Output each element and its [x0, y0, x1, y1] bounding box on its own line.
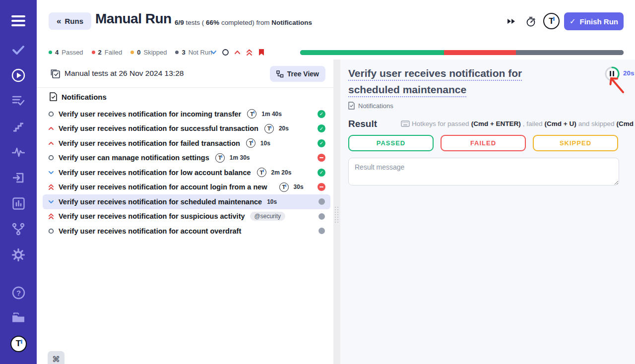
test-row[interactable]: Verify user receives notification for ac… — [43, 224, 330, 239]
priority-highest-icon — [48, 184, 55, 190]
hotkeys-hint: Hotkeys for passed (Cmd + ENTER) , faile… — [401, 120, 635, 127]
status-passed-icon: ✓ — [318, 169, 325, 177]
test-row[interactable]: Verify user receives notification for su… — [43, 121, 330, 136]
testomat-logo-icon[interactable]: T — [0, 335, 37, 352]
filter-circle-icon[interactable] — [222, 49, 229, 56]
test-row[interactable]: Verify user can manage notification sett… — [43, 151, 330, 166]
stopwatch-icon[interactable] — [523, 14, 538, 29]
test-title: Verify user receives notification for ac… — [59, 227, 241, 235]
failed-dot-icon — [92, 51, 95, 54]
status-passed-icon: ✓ — [318, 124, 325, 132]
settings-gear-icon[interactable] — [0, 248, 37, 262]
testomat-badge-icon: T — [257, 168, 266, 177]
help-icon[interactable]: ? — [0, 286, 37, 300]
priority-normal-icon — [48, 155, 55, 161]
checklist-icon — [51, 69, 61, 80]
test-title: Verify user receives notification for fa… — [59, 139, 240, 147]
account-logo-icon[interactable]: T — [543, 13, 560, 29]
sidebar: ? T — [0, 0, 37, 364]
filter-bookmark-icon[interactable] — [257, 49, 265, 56]
file-icon — [50, 92, 57, 101]
status-failed-icon — [318, 154, 325, 162]
finish-run-label: Finish Run — [580, 17, 619, 26]
checkmark-nav-icon[interactable] — [0, 44, 37, 57]
priority-high-icon — [48, 126, 55, 130]
cmd-key-button[interactable]: ⌘ — [48, 351, 64, 364]
progress-not-run-segment — [516, 50, 624, 55]
pause-timer-button[interactable] — [605, 66, 620, 81]
tree-icon — [276, 70, 284, 78]
progress-failed-segment — [444, 50, 516, 55]
tree-view-button[interactable]: Tree View — [270, 66, 325, 82]
test-row[interactable]: Verify user receives notification for fa… — [43, 136, 330, 151]
page-subtitle: 6/9 tests ( 66% completed) from Notifica… — [175, 19, 312, 26]
test-duration: 20s — [279, 125, 289, 132]
skipped-dot-icon — [130, 51, 134, 54]
test-row[interactable]: Verify user receives notification for in… — [43, 107, 330, 121]
detail-breadcrumb[interactable]: Notifications — [348, 102, 393, 110]
completed-word: completed) from — [221, 19, 270, 26]
priority-low-icon — [48, 171, 55, 175]
priority-highest-icon — [48, 213, 55, 220]
status-counts: 4Passed 2Failed 0Skipped 3Not Run — [49, 49, 212, 56]
testomat-badge-icon: T — [279, 182, 289, 192]
skipped-count: 0Skipped — [130, 49, 167, 56]
test-row[interactable]: Verify user receives notification for ac… — [43, 180, 330, 195]
filter-chevron-up-icon[interactable] — [234, 49, 241, 56]
tests-source: Notifications — [271, 19, 312, 26]
test-title: Verify user receives notification for ac… — [59, 183, 267, 191]
svg-text:?: ? — [16, 289, 20, 297]
passed-button[interactable]: PASSED — [348, 135, 434, 151]
result-header: Result Hotkeys for passed (Cmd + ENTER) … — [348, 119, 618, 129]
test-row[interactable]: Verify user receives notification for lo… — [43, 165, 330, 180]
breadcrumb-label: Notifications — [358, 102, 393, 110]
panel-resize-handle[interactable] — [333, 60, 340, 364]
test-duration: 10s — [267, 198, 277, 205]
filter-double-chevron-up-icon[interactable] — [246, 49, 253, 56]
skipped-button[interactable]: SKIPPED — [533, 135, 618, 151]
test-duration: 1m 30s — [230, 154, 250, 161]
run-progress-bar — [300, 50, 624, 55]
test-row-selected[interactable]: Verify user receives notification for sc… — [43, 194, 330, 209]
not-run-count: 3Not Run — [175, 49, 212, 56]
analytics-chart-icon[interactable] — [0, 197, 37, 210]
folder-icon[interactable] — [0, 311, 37, 324]
test-title: Verify user can manage notification sett… — [59, 154, 209, 162]
page-title: Manual Run — [95, 11, 172, 27]
fast-forward-icon[interactable] — [504, 14, 519, 29]
test-detail-panel: Verify user receives notification for sc… — [340, 60, 635, 364]
result-message-input[interactable] — [348, 158, 619, 185]
suite-group-notifications[interactable]: Notifications — [50, 92, 107, 101]
pause-icon — [610, 71, 614, 76]
timer-value: 20s — [623, 69, 635, 77]
priority-low-icon — [48, 200, 55, 204]
tests-ratio: 6/9 — [175, 19, 184, 26]
progress-passed-segment — [300, 50, 444, 55]
test-duration: 30s — [294, 183, 304, 190]
not-run-dot-icon — [175, 51, 179, 54]
back-chevrons-icon: « — [57, 16, 61, 26]
hamburger-menu-icon[interactable] — [0, 14, 37, 28]
back-to-runs-button[interactable]: « Runs — [49, 12, 91, 30]
finish-run-button[interactable]: ✓ Finish Run — [564, 12, 624, 30]
priority-high-icon — [48, 141, 55, 145]
test-row[interactable]: Verify user receives notification for su… — [43, 209, 330, 224]
status-not-run-icon — [318, 213, 325, 220]
testomat-badge-icon: T — [215, 153, 225, 163]
runs-play-icon[interactable] — [0, 68, 37, 83]
import-icon[interactable] — [0, 171, 37, 184]
cmd-glyph: ⌘ — [52, 355, 60, 364]
steps-icon[interactable] — [0, 121, 37, 132]
pulse-activity-icon[interactable] — [0, 146, 37, 158]
branch-icon[interactable] — [0, 222, 37, 236]
priority-filters — [210, 49, 265, 56]
status-failed-icon — [318, 183, 325, 191]
test-list-icon[interactable] — [0, 95, 37, 107]
filter-chevron-down-icon[interactable] — [210, 49, 217, 56]
detail-test-title[interactable]: Verify user receives notification for sc… — [348, 65, 537, 98]
main-area: « Runs Manual Run 6/9 tests ( 66% comple… — [37, 0, 635, 364]
grip-dots-icon — [335, 207, 339, 223]
failed-button[interactable]: FAILED — [441, 135, 526, 151]
result-buttons: PASSED FAILED SKIPPED — [348, 135, 618, 151]
file-icon — [348, 102, 355, 110]
